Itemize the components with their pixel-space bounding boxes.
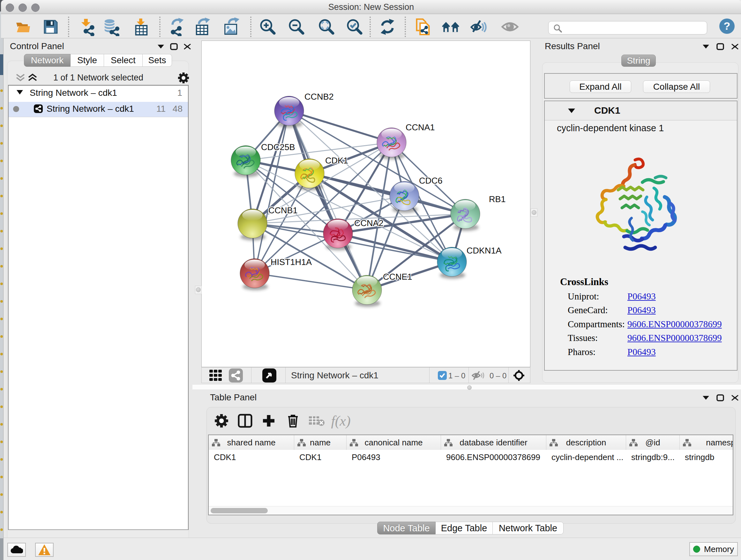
network-options-gear-icon[interactable] — [178, 72, 189, 84]
tab-network-table[interactable]: Network Table — [493, 522, 563, 535]
close-panel-icon[interactable] — [184, 43, 191, 50]
zoom-in-button[interactable] — [259, 18, 277, 36]
node-CCNB2[interactable] — [274, 96, 304, 128]
save-session-button[interactable] — [42, 18, 60, 36]
import-network-from-database-button[interactable] — [103, 18, 120, 36]
add-column-button[interactable] — [260, 412, 278, 430]
table-cell[interactable]: P06493 — [347, 450, 441, 464]
table-cell[interactable]: CDK1 — [294, 450, 347, 464]
export-network-button[interactable] — [169, 18, 187, 36]
crosslink-link[interactable]: P06493 — [627, 305, 656, 315]
tab-node-table[interactable]: Node Table — [377, 522, 435, 535]
first-neighbors-button[interactable] — [442, 18, 460, 36]
edge-CCNB2-CCNA1[interactable] — [289, 111, 392, 142]
tab-select[interactable]: Select — [104, 54, 143, 67]
close-panel-icon[interactable] — [731, 394, 739, 401]
zoom-selected-button[interactable] — [346, 18, 363, 36]
column-header--id[interactable]: @id — [626, 435, 680, 450]
tab-style[interactable]: Style — [71, 54, 104, 67]
show-columns-button[interactable] — [236, 412, 254, 430]
node-section-header[interactable]: CDK1 — [545, 101, 737, 120]
tab-sets[interactable]: Sets — [143, 54, 172, 67]
crosslink-link[interactable]: P06493 — [627, 347, 656, 357]
panel-menu-icon[interactable] — [702, 44, 710, 49]
bottom-splitter-handle[interactable] — [466, 385, 474, 390]
crosslink-link[interactable]: 9606.ENSP00000378699 — [627, 319, 722, 329]
left-splitter-handle[interactable] — [195, 286, 202, 294]
node-CCNB1[interactable] — [238, 209, 267, 240]
table-cell[interactable]: stringdb — [680, 450, 733, 464]
close-panel-icon[interactable] — [731, 43, 739, 50]
float-panel-icon[interactable] — [717, 43, 724, 50]
show-all-button[interactable] — [501, 18, 519, 36]
crosshair-icon[interactable] — [513, 370, 525, 381]
tab-string[interactable]: String — [621, 55, 656, 67]
column-header-name[interactable]: name — [294, 435, 347, 450]
network-collection-row[interactable]: String Network – cdk1 1 — [9, 85, 188, 102]
table-cell[interactable]: 9606.ENSP00000378699 — [441, 450, 546, 464]
node-table[interactable]: shared namenamecanonical namedatabase id… — [208, 435, 733, 515]
scrollbar-thumb[interactable] — [211, 508, 268, 513]
table-cell[interactable]: stringdb:9... — [626, 450, 680, 464]
crosslink-link[interactable]: 9606.ENSP00000378699 — [627, 333, 722, 343]
toolbar-separator — [250, 17, 252, 37]
tab-network[interactable]: Network — [24, 54, 71, 67]
node-HIST1H1A[interactable] — [240, 259, 269, 290]
float-panel-icon[interactable] — [717, 394, 724, 401]
table-horizontal-scrollbar[interactable] — [209, 506, 733, 515]
expand-all-button[interactable]: Expand All — [569, 80, 631, 93]
tree-expander-icon[interactable] — [16, 89, 23, 95]
panel-menu-icon[interactable] — [157, 44, 164, 49]
delete-table-button[interactable] — [308, 412, 326, 430]
import-database-icon — [103, 17, 120, 36]
crosslink-link[interactable]: P06493 — [627, 291, 656, 302]
refresh-button[interactable] — [379, 18, 396, 36]
edge-CCNB2-HIST1H1A[interactable] — [255, 111, 289, 273]
node-RB1[interactable] — [451, 199, 480, 231]
node-CDKN1A[interactable] — [437, 247, 467, 279]
zoom-fit-button[interactable] — [318, 18, 335, 36]
zoom-out-button[interactable] — [287, 18, 306, 36]
open-in-window-button[interactable] — [260, 367, 278, 384]
column-header-database-identifier[interactable]: database identifier — [441, 435, 546, 450]
search-input[interactable] — [548, 21, 707, 35]
hide-selected-button[interactable] — [470, 18, 488, 36]
open-session-button[interactable] — [14, 18, 32, 36]
column-header-namespace[interactable]: namespace — [680, 435, 733, 450]
node-CCNE1[interactable] — [352, 275, 382, 307]
import-network-from-file-button[interactable] — [78, 18, 96, 36]
export-image-button[interactable] — [223, 18, 241, 36]
collapse-all-button[interactable]: Collapse All — [643, 80, 710, 93]
panel-menu-icon[interactable] — [702, 395, 710, 400]
table-options-button[interactable] — [212, 412, 230, 430]
cloud-status-button[interactable] — [7, 543, 26, 557]
node-CCNA2[interactable] — [323, 219, 353, 250]
node-CCNA1[interactable] — [377, 128, 406, 159]
results-panel-title: Results Panel — [545, 41, 600, 51]
network-row-selected[interactable]: String Network – cdk1 11 48 — [9, 102, 188, 117]
memory-button[interactable]: Memory — [689, 542, 738, 556]
network-canvas[interactable]: CCNB2CCNA1CDC25BCDK1CDC6RB1CCNB1CCNA2CDK… — [201, 41, 530, 367]
node-CDC25B[interactable] — [231, 145, 260, 177]
warnings-button[interactable] — [35, 543, 54, 557]
right-splitter-handle[interactable] — [531, 208, 537, 217]
node-CDC6[interactable] — [390, 181, 419, 213]
column-header-shared-name[interactable]: shared name — [209, 435, 294, 450]
table-cell[interactable]: cyclin-dependent ... — [546, 450, 626, 464]
tab-edge-table[interactable]: Edge Table — [435, 522, 493, 535]
birdseye-view-button[interactable] — [207, 367, 225, 384]
help-button[interactable]: ? — [719, 18, 735, 35]
delete-column-button[interactable] — [284, 412, 302, 430]
section-expander-icon[interactable] — [568, 108, 576, 113]
edge-HIST1H1A-CCNE1[interactable] — [255, 273, 367, 290]
export-table-button[interactable] — [194, 18, 212, 36]
column-header-canonical-name[interactable]: canonical name — [347, 435, 441, 450]
table-cell[interactable]: CDK1 — [209, 450, 294, 464]
function-builder-button[interactable]: f(x) — [332, 412, 350, 430]
clone-network-button[interactable] — [414, 18, 432, 36]
column-header-description[interactable]: description — [546, 435, 626, 450]
float-panel-icon[interactable] — [170, 43, 178, 50]
node-CDK1[interactable] — [295, 159, 324, 190]
network-share-button[interactable] — [227, 367, 245, 384]
import-table-from-file-button[interactable] — [132, 18, 150, 36]
